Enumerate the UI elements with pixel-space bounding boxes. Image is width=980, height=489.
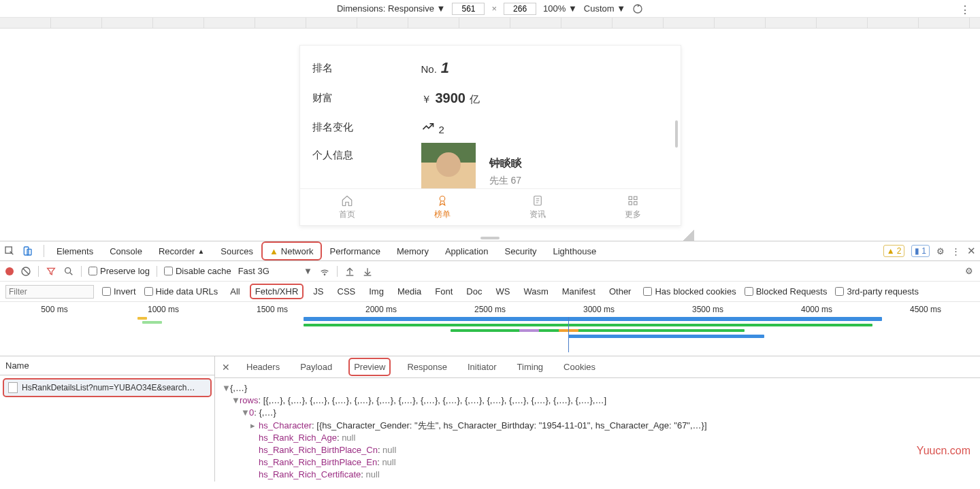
timeline-tick: 4000 ms: [762, 305, 871, 314]
dimension-separator: ×: [491, 3, 497, 14]
nav-label: 资讯: [529, 209, 546, 220]
request-list: Name HsRankDetailsList?num=YUBAO34E&sear…: [0, 356, 215, 482]
tab-network[interactable]: ▲ Network: [261, 241, 322, 260]
bottom-nav: 首页榜单资讯更多: [300, 188, 681, 225]
tab-sources[interactable]: Sources: [212, 241, 261, 260]
hide-data-urls-checkbox[interactable]: Hide data URLs: [144, 286, 218, 297]
clear-icon[interactable]: [20, 266, 31, 277]
json-property: hs_Rank_Rich_BirthPlace_En: null: [222, 456, 973, 469]
network-detail-area: Name HsRankDetailsList?num=YUBAO34E&sear…: [0, 356, 980, 482]
detail-tab-payload[interactable]: Payload: [296, 359, 336, 375]
type-filter-wasm[interactable]: Wasm: [519, 285, 552, 298]
tab-memory[interactable]: Memory: [389, 241, 437, 260]
type-filter-img[interactable]: Img: [365, 285, 388, 298]
tab-elements[interactable]: Elements: [48, 241, 101, 260]
tab-application[interactable]: Application: [437, 241, 497, 260]
type-filter-doc[interactable]: Doc: [462, 285, 486, 298]
network-toolbar: Preserve log Disable cache Fast 3G ▼ ⚙: [0, 261, 980, 282]
zoom-select[interactable]: 100% ▼: [543, 3, 577, 14]
record-button[interactable]: [5, 267, 14, 275]
throttling-select[interactable]: Fast 3G: [238, 266, 270, 276]
more-icon[interactable]: ⋮: [951, 246, 960, 256]
network-conditions-icon[interactable]: [319, 266, 330, 277]
device-toggle-icon[interactable]: [22, 246, 39, 256]
inspect-icon[interactable]: [4, 246, 22, 256]
rotate-icon[interactable]: [632, 3, 643, 14]
settings-icon[interactable]: ⚙: [936, 246, 945, 256]
issues-badge[interactable]: ▮1: [911, 245, 930, 257]
warnings-badge[interactable]: ▲2: [883, 245, 905, 257]
type-filter-js[interactable]: JS: [309, 285, 327, 298]
tab-recorder[interactable]: Recorder ▲: [150, 241, 212, 260]
detail-tab-cookies[interactable]: Cookies: [559, 359, 600, 375]
detail-tab-bar: ✕ HeadersPayloadPreviewResponseInitiator…: [215, 356, 980, 378]
filter-input[interactable]: [5, 285, 94, 299]
detail-tab-headers[interactable]: Headers: [242, 359, 284, 375]
filter-toggle-icon[interactable]: [46, 266, 56, 277]
timeline-tick: 2000 ms: [327, 305, 436, 314]
preview-json[interactable]: ▼{,…} ▼rows: [{,…}, {,…}, {,…}, {,…}, {,…: [215, 378, 980, 482]
home-icon: [341, 195, 353, 207]
svg-point-12: [324, 274, 325, 275]
detail-tab-preview[interactable]: Preview: [348, 358, 391, 376]
timeline-tick: 3000 ms: [544, 305, 653, 314]
nav-home[interactable]: 首页: [300, 189, 395, 225]
type-filter-media[interactable]: Media: [393, 285, 425, 298]
third-party-checkbox[interactable]: 3rd-party requests: [835, 286, 919, 297]
detail-tab-initiator[interactable]: Initiator: [463, 359, 501, 375]
type-filter-css[interactable]: CSS: [333, 285, 360, 298]
json-property: hs_Rank_Rich_Certificate: null: [222, 469, 973, 481]
scroll-indicator[interactable]: [675, 120, 678, 148]
wealth-unit: 亿: [470, 93, 480, 106]
rank-icon: [436, 195, 448, 207]
wealth-value: 3900: [436, 90, 466, 106]
throttle-select[interactable]: Custom ▼: [584, 3, 625, 14]
detail-tab-response[interactable]: Response: [403, 359, 451, 375]
person-name: 钟睒睒: [489, 156, 522, 171]
type-filter-fetchxhr[interactable]: Fetch/XHR: [250, 284, 304, 299]
request-list-header[interactable]: Name: [0, 356, 214, 375]
tab-console[interactable]: Console: [101, 241, 150, 260]
blocked-cookies-checkbox[interactable]: Has blocked cookies: [643, 286, 736, 297]
blocked-requests-checkbox[interactable]: Blocked Requests: [745, 286, 828, 297]
resize-handle[interactable]: [683, 230, 694, 241]
more-options-icon[interactable]: ⋮: [960, 3, 970, 16]
person-label: 个人信息: [312, 149, 421, 162]
svg-rect-8: [24, 247, 29, 255]
export-har-icon[interactable]: [362, 266, 373, 277]
split-drag-handle[interactable]: [480, 237, 500, 239]
viewport-width-input[interactable]: [452, 3, 485, 15]
type-filter-ws[interactable]: WS: [491, 285, 514, 298]
invert-checkbox[interactable]: Invert: [102, 286, 136, 297]
preserve-log-checkbox[interactable]: Preserve log: [88, 266, 150, 276]
throttling-dropdown-icon[interactable]: ▼: [304, 266, 312, 276]
import-har-icon[interactable]: [344, 266, 355, 277]
type-filter-manifest[interactable]: Manifest: [558, 285, 600, 298]
rank-value: 1: [441, 59, 449, 77]
viewport-height-input[interactable]: [504, 3, 536, 15]
tab-lighthouse[interactable]: Lighthouse: [545, 241, 605, 260]
more-icon: [627, 195, 639, 207]
warning-icon: ▲: [270, 246, 278, 256]
type-filter-other[interactable]: Other: [605, 285, 636, 298]
nav-label: 更多: [625, 209, 641, 220]
waterfall-overview[interactable]: 500 ms1000 ms1500 ms2000 ms2500 ms3000 m…: [0, 302, 980, 356]
emulated-screen: 排名 No. 1 财富 ￥ 3900 亿 排名变化 2 个人信息 钟睒睒: [299, 45, 681, 226]
search-icon[interactable]: [63, 266, 74, 277]
disable-cache-checkbox[interactable]: Disable cache: [164, 266, 231, 276]
detail-tab-timing[interactable]: Timing: [513, 359, 548, 375]
network-settings-icon[interactable]: ⚙: [965, 266, 973, 276]
close-detail-icon[interactable]: ✕: [222, 362, 230, 373]
dimensions-select[interactable]: Dimensions: Responsive ▼: [337, 3, 446, 14]
type-filter-font[interactable]: Font: [431, 285, 457, 298]
nav-news[interactable]: 资讯: [490, 189, 585, 225]
tab-performance[interactable]: Performance: [322, 241, 389, 260]
nav-rank[interactable]: 榜单: [395, 189, 490, 225]
tab-security[interactable]: Security: [497, 241, 545, 260]
type-filter-all[interactable]: All: [226, 285, 244, 298]
timeline-tick: 2500 ms: [436, 305, 544, 314]
news-icon: [532, 195, 544, 207]
close-devtools-icon[interactable]: ✕: [967, 245, 976, 257]
request-row[interactable]: HsRankDetailsList?num=YUBAO34E&search…: [3, 378, 212, 397]
nav-more[interactable]: 更多: [585, 189, 681, 225]
